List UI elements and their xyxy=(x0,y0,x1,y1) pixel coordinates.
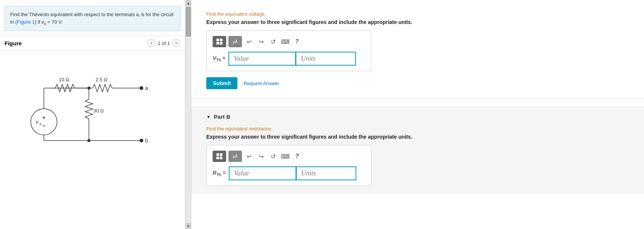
request-answer-link-a[interactable]: Request Answer xyxy=(243,81,279,86)
help-btn-b[interactable]: ? xyxy=(292,151,302,161)
part-b-label: Part B xyxy=(214,114,230,120)
part-b-toolbar: μÅ ↩ ↪ ↺ ⌨ ? xyxy=(213,151,365,162)
scrollbar-thumb[interactable] xyxy=(186,7,191,37)
part-b-label-row: ▼ Part B xyxy=(206,114,629,120)
svg-rect-31 xyxy=(216,157,219,159)
redo-btn-a[interactable]: ↪ xyxy=(256,37,266,46)
svg-rect-30 xyxy=(220,153,222,156)
svg-text:10 Ω: 10 Ω xyxy=(59,77,69,82)
part-b-instruction: Find the equivalent resistance. xyxy=(206,126,629,132)
part-b-value-input[interactable] xyxy=(229,166,296,180)
part-a-input-row: VTh = xyxy=(213,52,365,66)
grid-btn-b[interactable] xyxy=(213,151,226,162)
keyboard-btn-a[interactable]: ⌨ xyxy=(280,37,290,46)
svg-text:a: a xyxy=(145,85,148,91)
part-a-answer-box: μÅ ↩ ↪ ↺ ⌨ ? VTh = xyxy=(206,30,371,71)
svg-text:b: b xyxy=(145,138,148,144)
svg-text:v: v xyxy=(36,119,39,125)
circuit-area: v s 10 Ω 2.5 Ω xyxy=(0,51,185,163)
svg-rect-32 xyxy=(220,157,222,159)
redo-btn-b[interactable]: ↪ xyxy=(256,151,266,161)
figure-nav: ‹ 1 of 1 › xyxy=(147,39,180,47)
scroll-down-btn[interactable]: ▼ xyxy=(186,223,191,229)
right-panel: Find the equivalent voltage. Express you… xyxy=(191,0,644,229)
mu-btn-a[interactable]: μÅ xyxy=(228,36,242,47)
part-a-instruction: Find the equivalent voltage. xyxy=(206,11,629,17)
part-b-units-input[interactable] xyxy=(296,166,356,180)
svg-rect-25 xyxy=(216,39,219,41)
svg-point-15 xyxy=(140,86,143,90)
svg-rect-28 xyxy=(220,42,222,45)
scroll-up-btn[interactable]: ▲ xyxy=(186,0,191,6)
part-a-toolbar: μÅ ↩ ↪ ↺ ⌨ ? xyxy=(213,36,365,47)
left-content: Find the Thévenin equivalent with respec… xyxy=(0,0,185,229)
undo-btn-b[interactable]: ↩ xyxy=(244,151,254,161)
section-divider xyxy=(191,98,644,99)
part-a-units-input[interactable] xyxy=(296,52,356,66)
submit-btn-a[interactable]: Submit xyxy=(206,77,237,89)
part-a-section: Find the equivalent voltage. Express you… xyxy=(206,11,629,89)
part-a-express: Express your answer to three significant… xyxy=(206,19,629,25)
part-b-input-row: RTh = xyxy=(213,166,365,180)
reset-btn-a[interactable]: ↺ xyxy=(268,37,278,46)
svg-text:30 Ω: 30 Ω xyxy=(93,108,104,114)
left-scrollbar[interactable]: ▲ ▼ xyxy=(185,0,191,229)
grid-btn-a[interactable] xyxy=(213,36,226,47)
svg-point-22 xyxy=(87,139,90,142)
part-a-submit-row: Submit Request Answer xyxy=(206,77,629,89)
prev-figure-btn[interactable]: ‹ xyxy=(147,39,155,47)
svg-text:2.5 Ω: 2.5 Ω xyxy=(96,77,108,82)
page-indicator: 1 of 1 xyxy=(158,40,170,46)
left-panel: Find the Thévenin equivalent with respec… xyxy=(0,0,191,229)
keyboard-btn-b[interactable]: ⌨ xyxy=(280,151,290,161)
next-figure-btn[interactable]: › xyxy=(172,39,180,47)
part-a-value-input[interactable] xyxy=(228,52,296,66)
svg-point-0 xyxy=(31,109,57,135)
mu-btn-b[interactable]: μÅ xyxy=(228,151,242,162)
reset-btn-b[interactable]: ↺ xyxy=(268,151,278,161)
svg-point-23 xyxy=(140,139,143,142)
help-btn-a[interactable]: ? xyxy=(292,37,302,46)
circuit-diagram: v s 10 Ω 2.5 Ω xyxy=(14,58,171,156)
figure-title: Figure xyxy=(5,40,147,46)
problem-box: Find the Thévenin equivalent with respec… xyxy=(5,6,180,31)
part-a-eq-label: VTh = xyxy=(213,55,225,62)
undo-btn-a[interactable]: ↩ xyxy=(244,37,254,46)
svg-rect-29 xyxy=(216,153,219,156)
figure-link[interactable]: Figure 1 xyxy=(17,19,35,25)
svg-rect-27 xyxy=(216,42,219,45)
figure-header: Figure ‹ 1 of 1 › xyxy=(0,36,185,51)
part-b-eq-label: RTh = xyxy=(213,170,226,177)
part-b-chevron-icon: ▼ xyxy=(206,114,211,120)
part-b-answer-box: μÅ ↩ ↪ ↺ ⌨ ? RTh = xyxy=(206,145,371,186)
part-b-section: ▼ Part B Find the equivalent resistance.… xyxy=(191,106,644,193)
part-b-express: Express your answer to three significant… xyxy=(206,134,629,140)
svg-text:s: s xyxy=(39,122,41,126)
svg-rect-26 xyxy=(220,39,222,41)
